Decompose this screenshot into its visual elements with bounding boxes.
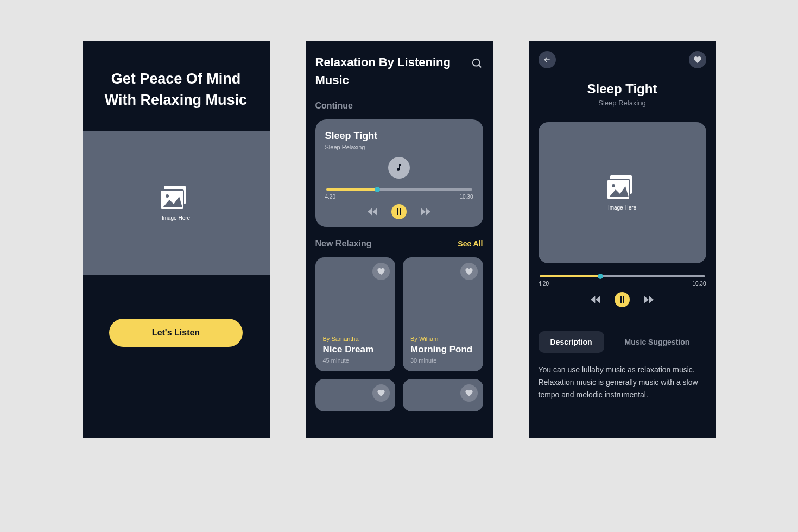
progress-bar[interactable] — [326, 188, 472, 191]
detail-track-title: Sleep Tight — [539, 81, 706, 97]
new-relaxing-header: New Relaxing See All — [315, 239, 483, 249]
tab-music-suggestion[interactable]: Music Suggestion — [613, 331, 702, 353]
current-time: 4.20 — [325, 194, 335, 200]
rewind-icon[interactable] — [591, 296, 601, 303]
description-text: You can use lullaby music as relaxation … — [539, 364, 706, 401]
svg-point-9 — [612, 184, 615, 187]
music-note-icon[interactable] — [388, 157, 410, 179]
pause-button[interactable] — [615, 292, 630, 307]
current-time: 4.20 — [539, 281, 549, 287]
home-title: Relaxation By Listening Music — [315, 53, 471, 89]
card-duration: 30 minute — [410, 357, 476, 364]
cover-image-placeholder: Image Here — [539, 122, 706, 263]
card-name: Morning Pond — [410, 344, 476, 355]
continue-section-label: Continue — [315, 101, 483, 111]
favorite-icon[interactable] — [460, 384, 478, 402]
pause-button[interactable] — [391, 204, 407, 219]
relaxing-card[interactable] — [315, 379, 396, 411]
svg-rect-11 — [623, 296, 624, 303]
rewind-icon[interactable] — [368, 208, 378, 216]
home-screen: Relaxation By Listening Music Continue S… — [306, 41, 493, 438]
time-display: 4.20 10.30 — [539, 281, 706, 287]
favorite-icon[interactable] — [372, 384, 390, 402]
onboarding-screen: Get Peace Of Mind With Relaxing Music Im… — [83, 41, 270, 438]
total-time: 10.30 — [692, 281, 706, 287]
card-grid: By Samantha Nice Dream 45 minute By Will… — [315, 257, 483, 411]
track-subtitle: Sleep Relaxing — [325, 144, 473, 150]
tabs: Description Music Suggestion — [539, 331, 706, 353]
see-all-link[interactable]: See All — [458, 239, 483, 248]
relaxing-card[interactable]: By Samantha Nice Dream 45 minute — [315, 257, 396, 371]
continue-player-card[interactable]: Sleep Tight Sleep Relaxing 4.20 10.30 — [315, 119, 483, 227]
svg-line-4 — [478, 65, 481, 68]
onboarding-title: Get Peace Of Mind With Relaxing Music — [83, 41, 270, 122]
lets-listen-button[interactable]: Let's Listen — [109, 319, 243, 347]
svg-point-2 — [166, 194, 169, 198]
search-icon[interactable] — [471, 58, 483, 72]
image-caption: Image Here — [162, 215, 190, 221]
forward-icon[interactable] — [643, 296, 654, 303]
player-controls — [325, 204, 473, 219]
favorite-icon[interactable] — [372, 263, 390, 280]
image-icon — [161, 186, 191, 211]
card-author: By William — [410, 335, 476, 342]
total-time: 10.30 — [459, 194, 473, 200]
back-icon[interactable] — [539, 51, 556, 68]
hero-image-placeholder: Image Here — [83, 131, 270, 275]
progress-bar[interactable] — [540, 275, 705, 277]
player-controls — [539, 292, 706, 307]
detail-screen: Sleep Tight Sleep Relaxing Image Here 4.… — [529, 41, 716, 438]
card-name: Nice Dream — [323, 344, 388, 355]
svg-rect-6 — [400, 208, 401, 215]
svg-point-3 — [472, 59, 479, 66]
relaxing-card[interactable] — [403, 379, 483, 411]
card-author: By Samantha — [323, 335, 388, 342]
relaxing-card[interactable]: By William Morning Pond 30 minute — [403, 257, 483, 371]
detail-track-subtitle: Sleep Relaxing — [539, 99, 706, 107]
image-caption: Image Here — [608, 205, 636, 211]
favorite-icon[interactable] — [460, 263, 478, 280]
forward-icon[interactable] — [420, 208, 430, 216]
svg-rect-10 — [620, 296, 622, 303]
time-display: 4.20 10.30 — [325, 194, 473, 200]
detail-header — [539, 51, 706, 68]
tab-description[interactable]: Description — [539, 331, 604, 353]
favorite-icon[interactable] — [689, 51, 706, 68]
image-icon — [607, 175, 637, 200]
home-header: Relaxation By Listening Music — [315, 53, 483, 89]
track-title: Sleep Tight — [325, 130, 473, 142]
card-duration: 45 minute — [323, 357, 388, 364]
svg-rect-5 — [397, 208, 398, 215]
new-relaxing-label: New Relaxing — [315, 239, 372, 249]
